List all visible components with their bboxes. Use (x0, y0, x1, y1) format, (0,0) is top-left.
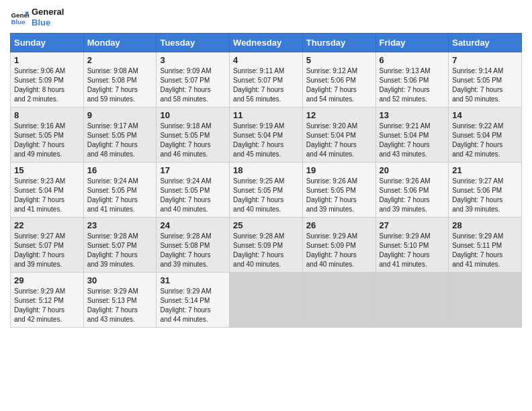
day-info: Sunrise: 9:21 AM Sunset: 5:04 PM Dayligh… (380, 122, 445, 159)
calendar-cell: 3Sunrise: 9:09 AM Sunset: 5:07 PM Daylig… (157, 52, 230, 107)
calendar-cell (375, 273, 449, 328)
day-info: Sunrise: 9:09 AM Sunset: 5:07 PM Dayligh… (160, 66, 226, 104)
calendar-cell: 2Sunrise: 9:08 AM Sunset: 5:08 PM Daylig… (83, 52, 157, 107)
day-number: 23 (87, 220, 153, 230)
calendar-cell: 13Sunrise: 9:21 AM Sunset: 5:04 PM Dayli… (375, 107, 449, 163)
logo-general: General (32, 7, 64, 17)
day-info: Sunrise: 9:19 AM Sunset: 5:04 PM Dayligh… (233, 122, 299, 159)
day-number: 29 (14, 275, 80, 285)
day-number: 21 (452, 165, 518, 175)
day-info: Sunrise: 9:08 AM Sunset: 5:08 PM Dayligh… (87, 66, 153, 104)
calendar-container: General Blue General Blue SundayMondayTu… (0, 0, 532, 334)
day-number: 1 (14, 55, 80, 65)
day-number: 13 (380, 110, 445, 120)
day-number: 2 (87, 55, 153, 65)
weekday-header-thursday: Thursday (302, 34, 375, 52)
calendar-cell (230, 273, 303, 328)
day-info: Sunrise: 9:26 AM Sunset: 5:06 PM Dayligh… (380, 177, 445, 214)
day-info: Sunrise: 9:24 AM Sunset: 5:05 PM Dayligh… (160, 177, 226, 214)
day-number: 17 (160, 165, 226, 175)
calendar-cell: 28Sunrise: 9:29 AM Sunset: 5:11 PM Dayli… (449, 218, 522, 273)
weekday-header-saturday: Saturday (449, 34, 522, 52)
weekday-header-wednesday: Wednesday (230, 34, 303, 52)
day-number: 5 (306, 55, 372, 65)
day-number: 25 (233, 220, 299, 230)
calendar-week-row: 15Sunrise: 9:23 AM Sunset: 5:04 PM Dayli… (11, 163, 522, 218)
day-info: Sunrise: 9:28 AM Sunset: 5:09 PM Dayligh… (233, 232, 299, 269)
calendar-cell: 9Sunrise: 9:17 AM Sunset: 5:05 PM Daylig… (83, 107, 157, 163)
day-number: 12 (306, 110, 372, 120)
calendar-cell: 10Sunrise: 9:18 AM Sunset: 5:05 PM Dayli… (157, 107, 230, 163)
calendar-cell: 29Sunrise: 9:29 AM Sunset: 5:12 PM Dayli… (11, 273, 84, 328)
day-info: Sunrise: 9:27 AM Sunset: 5:06 PM Dayligh… (452, 177, 518, 214)
day-number: 18 (233, 165, 299, 175)
day-info: Sunrise: 9:27 AM Sunset: 5:07 PM Dayligh… (14, 232, 80, 269)
day-info: Sunrise: 9:26 AM Sunset: 5:05 PM Dayligh… (306, 177, 372, 214)
day-info: Sunrise: 9:11 AM Sunset: 5:07 PM Dayligh… (233, 66, 299, 104)
calendar-cell: 4Sunrise: 9:11 AM Sunset: 5:07 PM Daylig… (230, 52, 303, 107)
day-number: 19 (306, 165, 372, 175)
calendar-week-row: 22Sunrise: 9:27 AM Sunset: 5:07 PM Dayli… (11, 218, 522, 273)
calendar-cell: 22Sunrise: 9:27 AM Sunset: 5:07 PM Dayli… (11, 218, 84, 273)
day-number: 9 (87, 110, 153, 120)
svg-text:Blue: Blue (11, 17, 26, 25)
day-info: Sunrise: 9:23 AM Sunset: 5:04 PM Dayligh… (14, 177, 80, 214)
day-number: 4 (233, 55, 299, 65)
calendar-week-row: 1Sunrise: 9:06 AM Sunset: 5:09 PM Daylig… (11, 52, 522, 107)
day-info: Sunrise: 9:28 AM Sunset: 5:08 PM Dayligh… (160, 232, 226, 269)
day-info: Sunrise: 9:16 AM Sunset: 5:05 PM Dayligh… (14, 122, 80, 159)
day-number: 22 (14, 220, 80, 230)
day-info: Sunrise: 9:13 AM Sunset: 5:06 PM Dayligh… (380, 66, 445, 104)
calendar-cell: 30Sunrise: 9:29 AM Sunset: 5:13 PM Dayli… (83, 273, 157, 328)
calendar-cell: 26Sunrise: 9:29 AM Sunset: 5:09 PM Dayli… (302, 218, 375, 273)
calendar-cell: 23Sunrise: 9:28 AM Sunset: 5:07 PM Dayli… (83, 218, 157, 273)
calendar-week-row: 8Sunrise: 9:16 AM Sunset: 5:05 PM Daylig… (11, 107, 522, 163)
logo-blue: Blue (32, 17, 64, 28)
calendar-cell: 18Sunrise: 9:25 AM Sunset: 5:05 PM Dayli… (230, 163, 303, 218)
logo-icon: General Blue (10, 8, 29, 27)
day-number: 30 (87, 275, 153, 285)
calendar-cell: 27Sunrise: 9:29 AM Sunset: 5:10 PM Dayli… (375, 218, 449, 273)
calendar-cell: 14Sunrise: 9:22 AM Sunset: 5:04 PM Dayli… (449, 107, 522, 163)
day-number: 7 (452, 55, 518, 65)
calendar-cell: 16Sunrise: 9:24 AM Sunset: 5:05 PM Dayli… (83, 163, 157, 218)
calendar-cell (302, 273, 375, 328)
day-info: Sunrise: 9:28 AM Sunset: 5:07 PM Dayligh… (87, 232, 153, 269)
calendar-cell: 20Sunrise: 9:26 AM Sunset: 5:06 PM Dayli… (375, 163, 449, 218)
day-info: Sunrise: 9:29 AM Sunset: 5:14 PM Dayligh… (160, 287, 226, 324)
day-number: 10 (160, 110, 226, 120)
calendar-cell: 25Sunrise: 9:28 AM Sunset: 5:09 PM Dayli… (230, 218, 303, 273)
day-info: Sunrise: 9:17 AM Sunset: 5:05 PM Dayligh… (87, 122, 153, 159)
weekday-header-row: SundayMondayTuesdayWednesdayThursdayFrid… (11, 34, 522, 52)
day-number: 26 (306, 220, 372, 230)
calendar-cell (449, 273, 522, 328)
calendar-cell: 8Sunrise: 9:16 AM Sunset: 5:05 PM Daylig… (11, 107, 84, 163)
day-info: Sunrise: 9:29 AM Sunset: 5:09 PM Dayligh… (306, 232, 372, 269)
day-info: Sunrise: 9:29 AM Sunset: 5:10 PM Dayligh… (380, 232, 445, 269)
calendar-cell: 12Sunrise: 9:20 AM Sunset: 5:04 PM Dayli… (302, 107, 375, 163)
calendar-cell: 17Sunrise: 9:24 AM Sunset: 5:05 PM Dayli… (157, 163, 230, 218)
calendar-cell: 6Sunrise: 9:13 AM Sunset: 5:06 PM Daylig… (375, 52, 449, 107)
day-number: 27 (380, 220, 445, 230)
day-number: 8 (14, 110, 80, 120)
day-info: Sunrise: 9:25 AM Sunset: 5:05 PM Dayligh… (233, 177, 299, 214)
day-info: Sunrise: 9:24 AM Sunset: 5:05 PM Dayligh… (87, 177, 153, 214)
calendar-cell: 1Sunrise: 9:06 AM Sunset: 5:09 PM Daylig… (11, 52, 84, 107)
day-number: 31 (160, 275, 226, 285)
day-info: Sunrise: 9:06 AM Sunset: 5:09 PM Dayligh… (14, 66, 80, 104)
calendar-cell: 24Sunrise: 9:28 AM Sunset: 5:08 PM Dayli… (157, 218, 230, 273)
calendar-cell: 19Sunrise: 9:26 AM Sunset: 5:05 PM Dayli… (302, 163, 375, 218)
day-number: 14 (452, 110, 518, 120)
day-number: 24 (160, 220, 226, 230)
day-number: 28 (452, 220, 518, 230)
weekday-header-tuesday: Tuesday (157, 34, 230, 52)
day-info: Sunrise: 9:20 AM Sunset: 5:04 PM Dayligh… (306, 122, 372, 159)
day-info: Sunrise: 9:29 AM Sunset: 5:11 PM Dayligh… (452, 232, 518, 269)
day-info: Sunrise: 9:14 AM Sunset: 5:05 PM Dayligh… (452, 66, 518, 104)
day-info: Sunrise: 9:29 AM Sunset: 5:12 PM Dayligh… (14, 287, 80, 324)
header: General Blue General Blue (10, 7, 522, 28)
calendar-week-row: 29Sunrise: 9:29 AM Sunset: 5:12 PM Dayli… (11, 273, 522, 328)
day-number: 16 (87, 165, 153, 175)
calendar-cell: 21Sunrise: 9:27 AM Sunset: 5:06 PM Dayli… (449, 163, 522, 218)
calendar-cell: 15Sunrise: 9:23 AM Sunset: 5:04 PM Dayli… (11, 163, 84, 218)
